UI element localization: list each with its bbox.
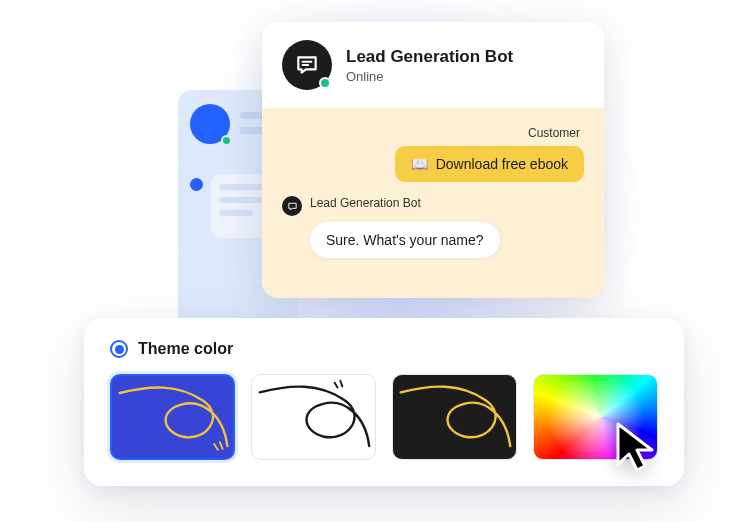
bot-bubble: Sure. What's your name? [310,222,500,258]
theme-swatch-dark[interactable] [392,374,517,460]
bot-avatar [282,40,332,90]
theme-radio[interactable] [110,340,128,358]
customer-label: Customer [282,126,584,140]
theme-swatch-white[interactable] [251,374,376,460]
preview-status-dot [221,135,232,146]
theme-color-panel: Theme color [84,318,684,486]
squiggle-icon [252,375,375,458]
customer-message-text: Download free ebook [436,156,568,172]
customer-bubble[interactable]: 📖 Download free ebook [395,146,584,182]
preview-avatar [190,104,230,144]
chat-bubble-icon [294,52,320,78]
customer-message: Customer 📖 Download free ebook [282,126,584,182]
bot-mini-avatar [282,196,302,216]
squiggle-icon [393,375,516,458]
chat-body: Customer 📖 Download free ebook Lead Gene… [262,108,604,298]
chat-header: Lead Generation Bot Online [262,22,604,108]
squiggle-icon [112,376,233,457]
theme-swatch-blue[interactable] [110,374,235,460]
bot-title: Lead Generation Bot [346,47,513,67]
online-status-dot [319,77,331,89]
chat-widget: Lead Generation Bot Online Customer 📖 Do… [262,22,604,298]
cursor-icon [612,420,666,480]
preview-mini-avatar [190,178,203,191]
book-icon: 📖 [411,156,428,172]
bot-message: Lead Generation Bot Sure. What's your na… [282,196,584,258]
theme-header: Theme color [110,340,658,358]
bot-status-text: Online [346,69,513,84]
chat-bubble-icon [287,201,298,212]
theme-title: Theme color [138,340,233,358]
bot-label: Lead Generation Bot [310,196,421,210]
theme-swatch-row [110,374,658,460]
